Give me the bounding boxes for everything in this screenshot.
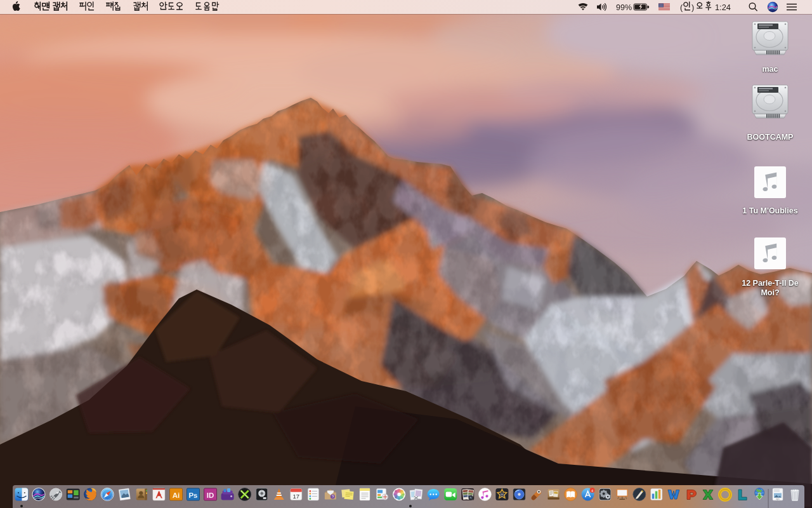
svg-text:99%: 99%	[616, 3, 632, 12]
svg-text:Ps: Ps	[188, 491, 197, 499]
svg-text:(: (	[680, 3, 683, 12]
svg-text:eps: eps	[776, 498, 780, 500]
svg-text:4: 4	[591, 489, 593, 493]
svg-text:): )	[691, 3, 694, 12]
svg-text:1:24: 1:24	[715, 3, 731, 12]
svg-text:ID: ID	[207, 491, 214, 499]
svg-text:17: 17	[293, 493, 300, 500]
svg-text:Ai: Ai	[173, 491, 180, 499]
